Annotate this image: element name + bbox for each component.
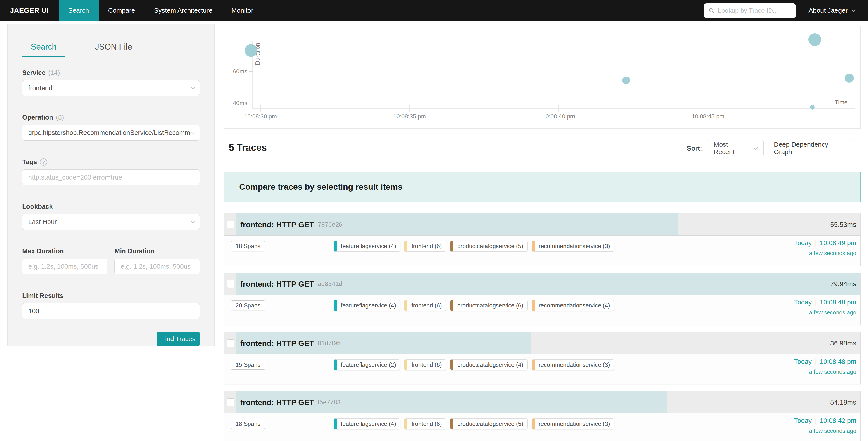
trace-duration: 54.18ms — [830, 391, 856, 413]
trace-card-header: frontend: HTTP GET 01d7f9b 36.98ms — [224, 332, 860, 354]
nav-item-search[interactable]: Search — [59, 0, 99, 21]
scatter-point[interactable] — [845, 74, 854, 83]
search-icon — [709, 8, 715, 13]
trace-card-body: 20 Spans featureflagservice (4) frontend… — [224, 295, 860, 324]
operation-field-group: Operation (8) grpc.hipstershop.Recommend… — [22, 114, 200, 141]
service-chip: recommendationservice (3) — [531, 418, 614, 429]
nav-item-compare[interactable]: Compare — [99, 0, 145, 21]
trace-card-body: 15 Spans featureflagservice (2) frontend… — [224, 354, 860, 384]
chevron-down-icon — [753, 145, 758, 150]
service-chip: productcatalogservice (6) — [450, 300, 528, 311]
sidebar-tabs: Search JSON File — [22, 24, 200, 57]
span-count-chip: 18 Spans — [231, 241, 265, 251]
service-chip: frontend (6) — [404, 418, 446, 429]
service-chip-row: featureflagservice (4) frontend (6) prod… — [334, 241, 614, 252]
nav-item-system-architecture[interactable]: System Architecture — [145, 0, 222, 21]
chevron-down-icon — [191, 219, 195, 223]
tags-input[interactable] — [22, 169, 200, 185]
sort-label: Sort: — [687, 145, 702, 152]
trace-relative-time: a few seconds ago — [794, 309, 856, 316]
chevron-down-icon — [851, 8, 856, 12]
trace-title: frontend: HTTP GET f5e7783 — [240, 391, 341, 413]
operation-select[interactable]: grpc.hipstershop.RecommendationService/L… — [22, 125, 200, 141]
tab-search[interactable]: Search — [22, 37, 65, 57]
trace-id: f5e7783 — [318, 399, 341, 406]
trace-lookup-input[interactable] — [718, 7, 791, 14]
compare-banner: Compare traces by selecting result items — [224, 172, 861, 202]
limit-results-input[interactable] — [22, 303, 200, 319]
trace-result-card[interactable]: frontend: HTTP GET 7876e26 55.53ms 18 Sp… — [224, 213, 861, 266]
limit-field-group: Limit Results — [22, 292, 200, 319]
trace-date: Today — [794, 358, 812, 365]
x-tick-label: 10:08:30 pm — [244, 113, 277, 120]
trace-select-checkbox[interactable] — [227, 280, 235, 288]
service-label: Service (14) — [22, 69, 200, 77]
x-tick-label: 10:08:35 pm — [393, 113, 426, 120]
trace-time: 10:08:48 pm — [820, 358, 856, 365]
service-chip: productcatalogservice (5) — [450, 241, 528, 252]
trace-title: frontend: HTTP GET 7876e26 — [240, 213, 342, 236]
trace-duration: 36.98ms — [830, 332, 856, 354]
operation-label: Operation (8) — [22, 114, 200, 121]
trace-timestamp: Today | 10:08:42 pm a few seconds ago — [794, 417, 856, 434]
limit-results-label: Limit Results — [22, 292, 200, 299]
timestamp-separator: | — [815, 417, 817, 424]
trace-relative-time: a few seconds ago — [794, 428, 856, 434]
service-chip: productcatalogservice (4) — [450, 359, 528, 370]
trace-name: frontend: HTTP GET — [240, 220, 314, 229]
x-tick-mark — [260, 105, 261, 112]
sort-select-value: Most Recent — [714, 141, 749, 156]
trace-select-checkbox[interactable] — [227, 221, 235, 229]
service-select-value: frontend — [28, 84, 191, 92]
about-jaeger-menu[interactable]: About Jaeger — [808, 7, 855, 14]
trace-id: ae8341d — [318, 280, 342, 288]
compare-banner-text: Compare traces by selecting result items — [239, 182, 403, 192]
scatter-point[interactable] — [245, 44, 257, 57]
sort-select[interactable]: Most Recent — [707, 140, 764, 156]
help-icon[interactable]: ? — [40, 158, 47, 166]
trace-time: 10:08:49 pm — [820, 239, 856, 247]
app-logo: JAEGER UI — [0, 0, 59, 21]
min-duration-label: Min Duration — [115, 247, 200, 255]
find-traces-button[interactable]: Find Traces — [157, 332, 200, 346]
scatter-point[interactable] — [810, 105, 815, 110]
service-chip: recommendationservice (3) — [531, 241, 614, 252]
tags-label: Tags ? — [22, 158, 200, 166]
trace-title: frontend: HTTP GET 01d7f9b — [240, 332, 341, 354]
trace-result-card[interactable]: frontend: HTTP GET 01d7f9b 36.98ms 15 Sp… — [224, 332, 861, 384]
trace-date: Today — [794, 239, 812, 247]
min-duration-input[interactable] — [115, 259, 200, 274]
trace-name: frontend: HTTP GET — [240, 280, 314, 288]
span-count-chip: 20 Spans — [231, 300, 265, 311]
lookback-select[interactable]: Last Hour — [22, 214, 200, 230]
y-tick-mark — [249, 103, 253, 104]
trace-timestamp: Today | 10:08:49 pm a few seconds ago — [794, 239, 856, 257]
x-tick-label: 10:08:45 pm — [692, 113, 724, 120]
x-tick-label: 10:08:40 pm — [542, 113, 575, 120]
max-duration-input[interactable] — [22, 259, 107, 274]
trace-time: 10:08:42 pm — [820, 417, 856, 424]
trace-duration: 79.94ms — [830, 273, 856, 295]
service-select[interactable]: frontend — [22, 80, 200, 96]
scatter-point[interactable] — [808, 33, 821, 46]
trace-result-card[interactable]: frontend: HTTP GET f5e7783 54.18ms 18 Sp… — [224, 391, 861, 441]
trace-card-body: 18 Spans featureflagservice (4) frontend… — [224, 236, 860, 265]
operation-count: (8) — [56, 114, 64, 121]
trace-count: 5 Traces — [229, 142, 267, 153]
max-duration-label: Max Duration — [22, 247, 107, 255]
trace-select-checkbox[interactable] — [227, 340, 235, 347]
tab-json-file[interactable]: JSON File — [87, 37, 141, 57]
trace-lookup-box — [704, 3, 796, 18]
span-count-chip: 15 Spans — [231, 360, 265, 370]
trace-result-card[interactable]: frontend: HTTP GET ae8341d 79.94ms 20 Sp… — [224, 272, 861, 325]
deep-dependency-graph-button[interactable]: Deep Dependency Graph — [767, 140, 854, 156]
scatter-point[interactable] — [622, 77, 630, 84]
nav-right-section: About Jaeger — [704, 0, 868, 21]
trace-date: Today — [794, 299, 812, 306]
nav-item-monitor[interactable]: Monitor — [222, 0, 263, 21]
service-chip: productcatalogservice (5) — [450, 418, 528, 429]
trace-card-header: frontend: HTTP GET ae8341d 79.94ms — [224, 273, 860, 295]
service-chip: frontend (6) — [404, 241, 446, 252]
trace-select-checkbox[interactable] — [227, 399, 235, 406]
service-count: (14) — [48, 69, 60, 77]
